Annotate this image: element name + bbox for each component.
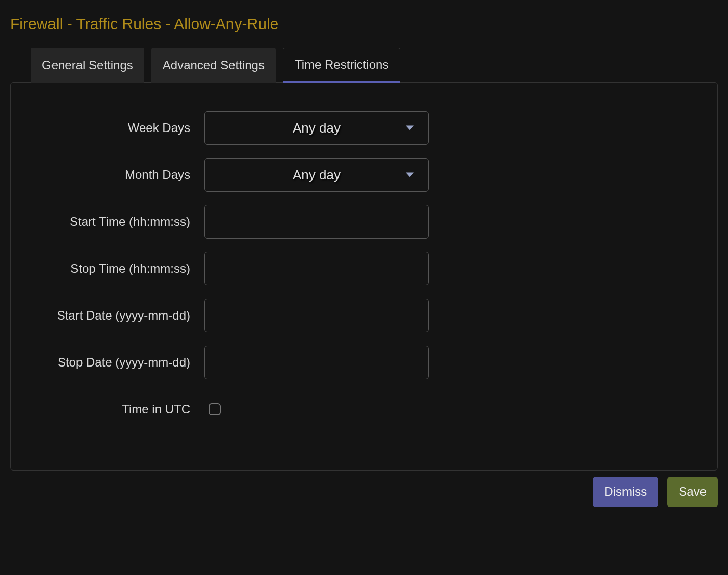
label-start-time: Start Time (hh:mm:ss) bbox=[31, 215, 204, 229]
label-time-utc: Time in UTC bbox=[31, 402, 204, 416]
checkbox-time-utc[interactable] bbox=[209, 403, 221, 415]
row-start-time: Start Time (hh:mm:ss) bbox=[31, 205, 697, 239]
select-month-days-value: Any day bbox=[293, 167, 341, 183]
form-panel: Week Days Any day Month Days Any day Sta… bbox=[10, 82, 718, 471]
label-start-date: Start Date (yyyy-mm-dd) bbox=[31, 308, 204, 323]
footer-actions: Dismiss Save bbox=[10, 471, 718, 507]
label-stop-time: Stop Time (hh:mm:ss) bbox=[31, 262, 204, 276]
input-start-time[interactable] bbox=[204, 205, 429, 239]
page-container: Firewall - Traffic Rules - Allow-Any-Rul… bbox=[0, 0, 728, 517]
save-button[interactable]: Save bbox=[667, 477, 718, 507]
tab-general-settings[interactable]: General Settings bbox=[31, 48, 144, 83]
select-week-days-value: Any day bbox=[293, 120, 341, 136]
select-week-days[interactable]: Any day bbox=[204, 111, 429, 145]
row-week-days: Week Days Any day bbox=[31, 111, 697, 145]
row-time-utc: Time in UTC bbox=[31, 393, 697, 426]
label-month-days: Month Days bbox=[31, 168, 204, 182]
chevron-down-icon bbox=[406, 173, 414, 177]
tab-time-restrictions[interactable]: Time Restrictions bbox=[283, 48, 400, 83]
input-stop-time[interactable] bbox=[204, 252, 429, 285]
chevron-down-icon bbox=[406, 126, 414, 130]
select-month-days[interactable]: Any day bbox=[204, 158, 429, 192]
row-month-days: Month Days Any day bbox=[31, 158, 697, 192]
input-start-date[interactable] bbox=[204, 299, 429, 332]
row-stop-time: Stop Time (hh:mm:ss) bbox=[31, 252, 697, 285]
select-month-days-wrap: Any day bbox=[204, 158, 429, 192]
page-title: Firewall - Traffic Rules - Allow-Any-Rul… bbox=[10, 10, 718, 48]
dismiss-button[interactable]: Dismiss bbox=[593, 477, 658, 507]
select-week-days-wrap: Any day bbox=[204, 111, 429, 145]
tab-advanced-settings[interactable]: Advanced Settings bbox=[151, 48, 276, 83]
row-stop-date: Stop Date (yyyy-mm-dd) bbox=[31, 346, 697, 379]
input-stop-date[interactable] bbox=[204, 346, 429, 379]
tabs-bar: General Settings Advanced Settings Time … bbox=[10, 48, 718, 83]
row-start-date: Start Date (yyyy-mm-dd) bbox=[31, 299, 697, 332]
label-week-days: Week Days bbox=[31, 121, 204, 135]
label-stop-date: Stop Date (yyyy-mm-dd) bbox=[31, 355, 204, 370]
